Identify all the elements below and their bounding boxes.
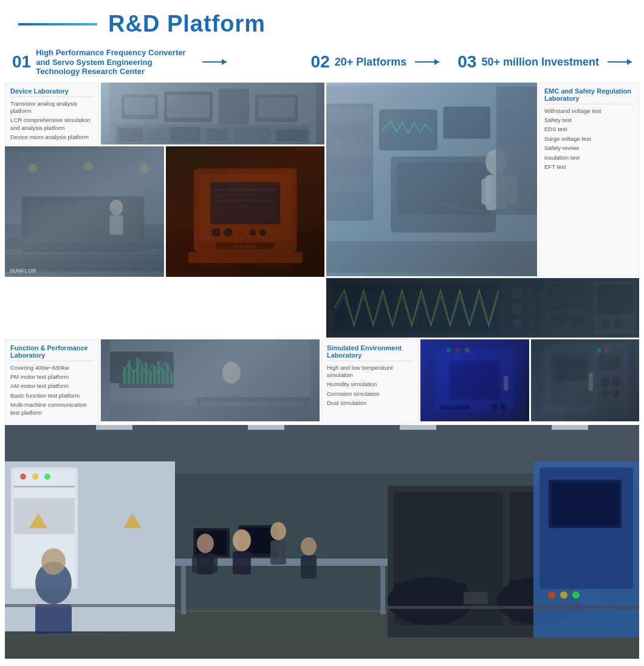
svg-point-183 [560, 591, 567, 599]
func-item-3: AM motor test platform [10, 382, 94, 390]
svg-point-83 [512, 287, 524, 299]
svg-rect-60 [447, 109, 487, 135]
machine1-svg [5, 146, 164, 277]
section-arrow-2 [415, 59, 439, 65]
section-item-1: 01 High Performance Frequency Converter … [12, 48, 293, 76]
top-row: Device Laboratory Transistor analog anal… [5, 83, 324, 144]
sim-lab-panel: Simulated Environment Laboratory High an… [321, 339, 419, 423]
machine2-svg: SPN 30037 [166, 146, 325, 277]
svg-point-86 [526, 304, 536, 313]
svg-rect-55 [329, 159, 370, 174]
device-lab-title: Device Laboratory [10, 87, 94, 97]
sim-lab-title: Simulated Environment Laboratory [327, 344, 413, 361]
svg-rect-2 [125, 98, 155, 115]
emc-item-4: Surge voltage test [544, 135, 634, 143]
svg-point-182 [548, 591, 555, 599]
svg-point-40 [224, 228, 233, 237]
svg-rect-150 [588, 373, 592, 391]
bottom-lab-svg [5, 425, 639, 659]
page-header: R&D Platform [0, 0, 644, 43]
svg-point-149 [604, 348, 609, 353]
svg-rect-165 [14, 486, 75, 488]
svg-rect-95 [597, 284, 633, 314]
svg-rect-197 [233, 551, 251, 574]
svg-point-134 [491, 404, 498, 411]
svg-rect-128 [452, 364, 498, 397]
svg-rect-107 [140, 365, 143, 384]
svg-text:SPN 30037: SPN 30037 [234, 243, 256, 249]
svg-rect-15 [276, 129, 307, 141]
right-top-row: EMC and Safety Regulation Laboratory Wit… [326, 83, 639, 276]
svg-rect-53 [329, 124, 370, 138]
svg-rect-58 [382, 112, 435, 148]
section-item-2: 02 20+ Platforms [293, 48, 458, 76]
section-num-2: 02 [311, 53, 330, 70]
svg-rect-46 [258, 263, 291, 270]
svg-rect-166 [14, 498, 75, 534]
header-line-decoration [18, 23, 97, 25]
sim-chamber2-image [531, 339, 640, 421]
bottom-lab-image [5, 425, 639, 659]
sim-chamber1-image [420, 339, 529, 421]
svg-rect-204 [35, 604, 72, 634]
section-top: Device Laboratory Transistor analog anal… [5, 83, 639, 338]
svg-rect-143 [598, 355, 620, 370]
svg-rect-24 [109, 215, 123, 234]
machine-row: SUNFLOR [5, 146, 324, 277]
svg-rect-56 [329, 177, 370, 191]
svg-point-162 [20, 474, 26, 480]
section-label-3: 50+ million Investment [481, 56, 599, 69]
svg-point-96 [601, 319, 611, 328]
emc-item-5: Safety review [544, 144, 634, 152]
svg-rect-201 [301, 556, 317, 579]
svg-point-27 [140, 164, 149, 173]
svg-rect-13 [207, 129, 228, 141]
svg-rect-70 [499, 89, 534, 106]
svg-rect-108 [145, 362, 148, 384]
svg-rect-21 [5, 238, 164, 249]
device-lab-item-2: LCR comprehensive simulation and analysi… [10, 117, 94, 132]
svg-rect-110 [153, 366, 156, 384]
svg-rect-206 [388, 606, 639, 609]
func-item-2: PM motor test platform [10, 373, 94, 381]
svg-point-129 [447, 348, 451, 353]
svg-point-41 [236, 228, 245, 237]
func-sim-row: Function & Performance Laboratory Coveri… [5, 339, 639, 423]
func-lab-title: Function & Performance Laboratory [10, 344, 94, 361]
svg-rect-194 [192, 556, 201, 573]
svg-rect-187 [380, 566, 385, 614]
svg-rect-72 [499, 130, 534, 148]
emc-item-2: Safety test [544, 117, 634, 124]
svg-rect-113 [166, 364, 169, 384]
svg-rect-117 [195, 397, 310, 402]
emc-item-3: EDS test [544, 126, 634, 133]
section-label-1: High Performance Frequency Converter and… [36, 48, 194, 76]
sim-item-1: High and low temperature simulation [327, 364, 413, 379]
svg-point-84 [526, 288, 536, 298]
svg-rect-141 [556, 359, 586, 380]
device-lab-panel: Device Laboratory Transistor analog anal… [5, 83, 99, 144]
svg-rect-52 [329, 106, 370, 121]
machine2-image: SPN 30037 [166, 146, 325, 277]
svg-point-203 [41, 548, 66, 575]
svg-point-87 [513, 319, 522, 328]
svg-point-146 [601, 390, 608, 398]
svg-point-135 [500, 404, 507, 411]
svg-rect-91 [551, 287, 583, 305]
svg-point-42 [249, 229, 256, 236]
emc-item-6: insulation test [544, 154, 634, 161]
svg-rect-62 [397, 162, 490, 215]
svg-point-39 [211, 228, 221, 237]
svg-point-192 [197, 534, 214, 553]
machine1-image: SUNFLOR [5, 146, 164, 277]
emc-lab-title: EMC and Safety Regulation Laboratory [544, 87, 634, 104]
svg-rect-112 [162, 369, 165, 384]
section-label-2: 20+ Platforms [335, 56, 407, 69]
svg-rect-109 [149, 371, 152, 384]
svg-rect-105 [132, 370, 135, 384]
svg-point-145 [611, 377, 620, 387]
svg-point-93 [572, 314, 584, 327]
svg-rect-7 [258, 98, 295, 118]
device-lab-item-3: Device micro analysis platform [10, 134, 94, 141]
svg-point-196 [233, 529, 251, 551]
